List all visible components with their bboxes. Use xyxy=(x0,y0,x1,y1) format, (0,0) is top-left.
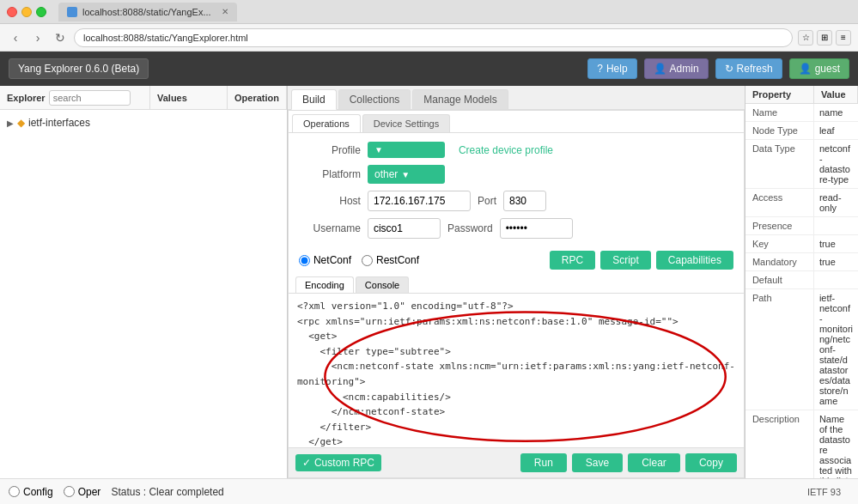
app-header: Yang Explorer 0.6.0 (Beta) ? Help 👤 Admi… xyxy=(0,52,858,86)
tab-title: localhost:8088/static/YangEx... xyxy=(82,7,211,17)
property-row: Keytrue xyxy=(745,235,858,253)
port-label: Port xyxy=(478,195,496,207)
prop-key: Path xyxy=(745,289,814,410)
tab-collections[interactable]: Collections xyxy=(338,89,411,109)
tree-arrow-icon: ▶ xyxy=(7,118,14,128)
operation-col-header: Operation xyxy=(228,86,287,109)
refresh-icon: ↻ xyxy=(725,63,733,75)
password-input[interactable] xyxy=(500,218,573,239)
netconf-radio-input[interactable] xyxy=(299,255,310,266)
username-input[interactable] xyxy=(368,218,441,239)
script-button[interactable]: Script xyxy=(600,251,651,270)
host-input[interactable] xyxy=(368,191,471,211)
maximize-button[interactable] xyxy=(36,7,46,17)
address-bar[interactable]: localhost:8088/static/YangExplorer.html xyxy=(74,28,793,47)
admin-label: Admin xyxy=(670,63,699,75)
main-layout: Explorer Values Operation ▶ ◆ ietf-inter… xyxy=(0,86,858,478)
app-title-button[interactable]: Yang Explorer 0.6.0 (Beta) xyxy=(9,58,149,79)
console-tab-label: Console xyxy=(365,280,399,290)
help-button[interactable]: ? Help xyxy=(587,58,636,79)
ops-tabs-bar: Operations Device Settings xyxy=(289,111,744,133)
operations-panel: Operations Device Settings Profile ▼ Cre… xyxy=(288,110,745,478)
tab-build-label: Build xyxy=(302,94,326,106)
copy-button[interactable]: Copy xyxy=(685,453,737,472)
tab-device-settings[interactable]: Device Settings xyxy=(362,114,450,132)
browser-tab[interactable]: localhost:8088/static/YangEx... ✕ xyxy=(58,3,237,21)
close-button[interactable] xyxy=(7,7,17,17)
prop-value: leaf xyxy=(814,122,858,139)
refresh-button[interactable]: ↻ Refresh xyxy=(715,58,782,79)
restconf-radio[interactable]: RestConf xyxy=(362,254,419,266)
back-button[interactable]: ‹ xyxy=(7,29,24,46)
restconf-radio-input[interactable] xyxy=(362,255,373,266)
minimize-button[interactable] xyxy=(21,7,32,17)
prop-key: Presence xyxy=(745,217,814,234)
reload-button[interactable]: ↻ xyxy=(52,29,69,46)
port-input[interactable] xyxy=(503,191,546,211)
values-col-label: Values xyxy=(157,93,187,103)
forward-button[interactable]: › xyxy=(29,29,46,46)
device-settings-tab-label: Device Settings xyxy=(374,118,439,129)
tab-close-icon[interactable]: ✕ xyxy=(222,7,228,16)
tab-manage-models[interactable]: Manage Models xyxy=(412,89,508,109)
property-rows: NamenameNode TypeleafData Typenetconf-da… xyxy=(745,104,858,478)
profile-select[interactable]: ▼ xyxy=(368,142,445,158)
nav-bar: ‹ › ↻ localhost:8088/static/YangExplorer… xyxy=(0,24,858,52)
profile-label: Profile xyxy=(299,144,361,156)
bottom-action-bar: ✓ Custom RPC Run Save Clear Copy xyxy=(289,447,744,477)
config-radio-input[interactable] xyxy=(9,486,20,497)
netconf-radio[interactable]: NetConf xyxy=(299,254,351,266)
prop-key: Mandatory xyxy=(745,253,814,270)
guest-button[interactable]: 👤 guest xyxy=(789,58,849,79)
menu-icon[interactable]: ≡ xyxy=(836,30,851,46)
checkbox-icon: ✓ xyxy=(302,457,311,469)
profile-row: Profile ▼ Create device profile xyxy=(299,142,733,158)
property-row: Data Typenetconf-datastore-type xyxy=(745,140,858,189)
bookmark-icon[interactable]: ☆ xyxy=(798,30,813,46)
prop-key: Description xyxy=(745,410,814,478)
oper-radio[interactable]: Oper xyxy=(64,486,101,498)
xml-content: <?xml version="1.0" encoding="utf-8"?> <… xyxy=(297,299,735,447)
create-profile-link[interactable]: Create device profile xyxy=(459,144,553,156)
oper-radio-input[interactable] xyxy=(64,486,75,497)
status-text: Status : Clear completed xyxy=(111,486,797,498)
platform-select[interactable]: other ▼ xyxy=(368,165,445,184)
clear-button[interactable]: Clear xyxy=(628,453,680,472)
help-label: Help xyxy=(606,63,628,75)
admin-icon: 👤 xyxy=(654,63,666,75)
extensions-icon[interactable]: ⊞ xyxy=(817,30,832,46)
property-header: Property Value xyxy=(745,86,858,104)
tab-encoding[interactable]: Encoding xyxy=(295,276,354,293)
rpc-button[interactable]: RPC xyxy=(550,251,595,270)
prop-value: name xyxy=(814,104,858,121)
property-panel: Property Value NamenameNode TypeleafData… xyxy=(745,86,858,478)
right-content: Build Collections Manage Models Operatio… xyxy=(288,86,745,478)
tab-operations[interactable]: Operations xyxy=(292,114,361,132)
admin-button[interactable]: 👤 Admin xyxy=(644,58,709,79)
property-col-header: Property xyxy=(745,86,814,103)
xml-editor[interactable]: <?xml version="1.0" encoding="utf-8"?> <… xyxy=(289,294,744,447)
prop-value: true xyxy=(814,235,858,252)
tree-item-label: ietf-interfaces xyxy=(28,117,90,129)
tab-build[interactable]: Build xyxy=(291,89,337,110)
platform-select-arrow: ▼ xyxy=(401,170,410,179)
address-text: localhost:8088/static/YangExplorer.html xyxy=(83,33,248,43)
protocol-row: NetConf RestConf RPC Script Capabilities xyxy=(289,247,744,273)
value-col-header: Value xyxy=(814,86,858,103)
custom-rpc-checkbox[interactable]: ✓ Custom RPC xyxy=(295,454,381,471)
encoding-tabs-bar: Encoding Console xyxy=(289,273,744,294)
capabilities-button[interactable]: Capabilities xyxy=(656,251,733,270)
search-input[interactable] xyxy=(49,90,131,106)
tree-area: ▶ ◆ ietf-interfaces xyxy=(0,110,287,478)
tab-console[interactable]: Console xyxy=(356,276,409,293)
property-row: Default xyxy=(745,271,858,289)
config-radio[interactable]: Config xyxy=(9,486,53,498)
prop-key: Access xyxy=(745,189,814,216)
list-item[interactable]: ▶ ◆ ietf-interfaces xyxy=(7,115,280,131)
run-button[interactable]: Run xyxy=(520,453,567,472)
tab-favicon xyxy=(67,7,77,17)
netconf-radio-label: NetConf xyxy=(313,254,351,266)
save-button[interactable]: Save xyxy=(572,453,623,472)
form-area: Profile ▼ Create device profile Platform… xyxy=(289,133,744,247)
username-label: Username xyxy=(299,222,361,234)
